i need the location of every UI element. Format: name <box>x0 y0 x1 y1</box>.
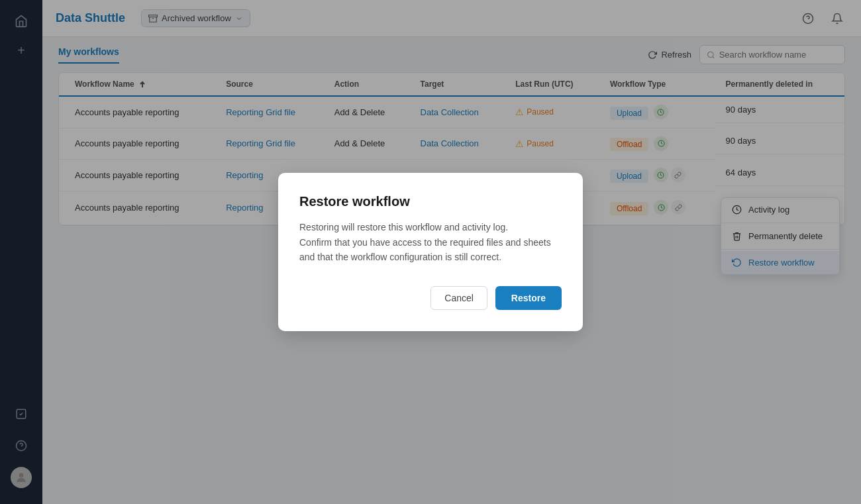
restore-button[interactable]: Restore <box>495 286 562 310</box>
modal-overlay: Restore workflow Restoring will restore … <box>0 0 861 504</box>
cancel-button[interactable]: Cancel <box>430 286 487 310</box>
modal-body-line1: Restoring will restore this workflow and… <box>299 222 508 232</box>
modal-title: Restore workflow <box>299 194 562 209</box>
modal-body: Restoring will restore this workflow and… <box>299 220 562 264</box>
restore-modal: Restore workflow Restoring will restore … <box>278 173 583 330</box>
modal-body-line2: Confirm that you have access to the requ… <box>299 237 551 262</box>
